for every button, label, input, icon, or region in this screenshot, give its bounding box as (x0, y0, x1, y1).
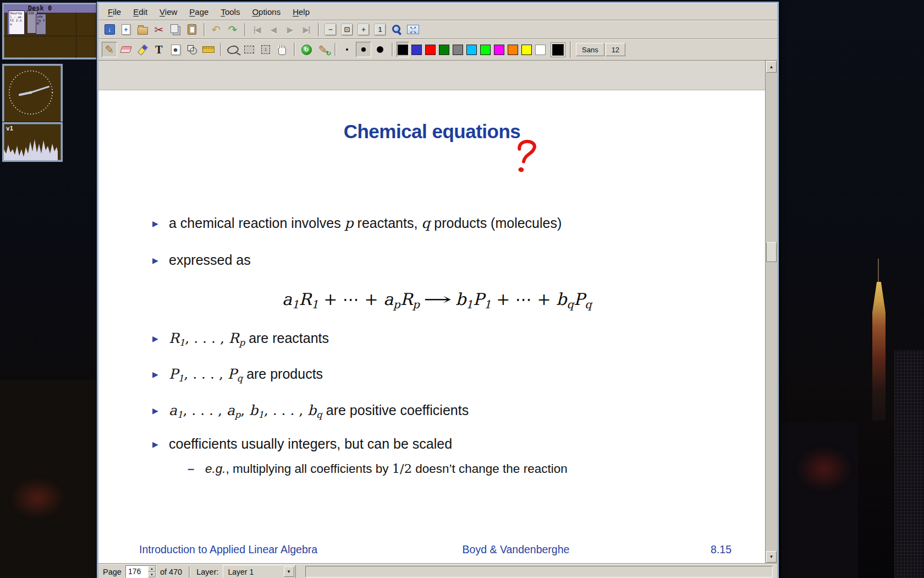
clock-face (4, 66, 58, 119)
fullscreen-button[interactable]: ↖↗ ↙↘ (405, 22, 421, 37)
redo-button[interactable]: ↷ (225, 22, 240, 37)
color-white-button[interactable] (534, 42, 547, 57)
color-chooser-button[interactable] (548, 42, 565, 57)
rect-select-button[interactable] (241, 42, 257, 57)
color-yellow-button[interactable] (520, 42, 533, 57)
bullet-text: e.g., multiplying all coefficients by 1/… (205, 462, 568, 476)
scrollbar-thumb[interactable] (766, 242, 777, 262)
toolbar-separator (220, 43, 221, 56)
color-blue-swatch (411, 45, 422, 55)
default-tool-button[interactable]: ↻ (299, 42, 314, 57)
hand-icon (278, 47, 286, 55)
document-canvas[interactable]: Chemical equations ▶a chemical reaction … (98, 61, 777, 563)
thick-dot-icon (377, 46, 383, 53)
bullet-item: ▶R1, . . . , Rp are reactants (152, 330, 749, 346)
menu-tools[interactable]: Tools (215, 6, 246, 18)
menu-edit[interactable]: Edit (127, 6, 153, 18)
page-number-input[interactable]: 176 (126, 566, 148, 577)
open-button[interactable] (135, 22, 150, 37)
previous-page-icon: ◀ (267, 24, 279, 36)
bullet-item: ▶a chemical reaction involves p reactant… (152, 215, 749, 231)
desk-divider (76, 13, 76, 58)
menu-help[interactable]: Help (287, 6, 316, 18)
zoom-in-button[interactable]: + (356, 22, 371, 37)
eraser-button[interactable] (118, 42, 134, 57)
pager-mini-window-xournal[interactable]: Xournal - oct1 2.xo (8, 10, 25, 35)
horizontal-scrollbar[interactable] (305, 566, 773, 577)
font-size-button[interactable]: 12 (606, 43, 625, 56)
font-name-button[interactable]: Sans (576, 43, 604, 56)
save-icon: ↓ (105, 24, 115, 35)
pencil-icon: ✎ (103, 43, 116, 56)
layer-dropdown[interactable]: Layer 1 ▼ (223, 565, 296, 578)
bullet-item: ▶expressed as (152, 252, 749, 268)
default-pen-button[interactable]: ✎ (315, 42, 331, 57)
redo-arrow-icon: ↷ (227, 24, 239, 36)
last-page-button[interactable]: ▶| (299, 22, 314, 37)
bullet-item: ▶coefficients usually integers, but can … (152, 436, 749, 452)
color-lightblue-swatch (466, 45, 477, 55)
color-white-swatch (535, 45, 546, 55)
zoom-100-button[interactable]: 1 (372, 22, 388, 37)
color-gray-button[interactable] (452, 42, 464, 57)
footer-page-number: 8.15 (711, 543, 732, 556)
eraser-icon (120, 46, 132, 53)
zoom-fit-page-button[interactable]: ⊡ (339, 22, 355, 37)
insert-image-button[interactable]: ☻ (168, 42, 183, 57)
menu-options[interactable]: Options (246, 6, 287, 18)
first-page-icon: |◀ (251, 24, 263, 36)
color-orange-swatch (508, 45, 518, 55)
pen-fine-button[interactable] (339, 42, 355, 57)
copy-button[interactable] (168, 22, 183, 37)
page-spin-down-icon[interactable]: ▼ (148, 572, 156, 578)
scroll-down-button[interactable]: ▼ (766, 551, 777, 563)
text-button[interactable]: T (151, 42, 167, 57)
color-lightgreen-button[interactable] (479, 42, 492, 57)
next-page-icon: ▶ (284, 24, 296, 36)
color-lightblue-button[interactable] (465, 42, 478, 57)
hand-button[interactable] (274, 42, 290, 57)
cut-button[interactable]: ✂ (151, 22, 167, 37)
find-button[interactable] (389, 22, 404, 37)
page-spin-up-icon[interactable]: ▲ (148, 566, 156, 572)
next-page-button[interactable]: ▶ (282, 22, 298, 37)
menu-view[interactable]: View (153, 6, 183, 18)
toolbar-separator (204, 23, 205, 36)
first-page-button[interactable]: |◀ (249, 22, 265, 37)
color-green-button[interactable] (438, 42, 450, 57)
color-orange-button[interactable] (507, 42, 519, 57)
shape-recognizer-button[interactable] (184, 42, 200, 57)
ruler-button[interactable] (201, 42, 216, 57)
scroll-up-button[interactable]: ▲ (766, 61, 777, 73)
undo-arrow-icon: ↶ (210, 24, 222, 36)
lasso-icon (226, 44, 239, 54)
new-page-button[interactable]: + (118, 22, 134, 37)
lasso-select-button[interactable] (225, 42, 240, 57)
pen-button[interactable]: ✎ (102, 42, 117, 57)
bullet-marker-icon: ▶ (152, 440, 169, 449)
previous-page-button[interactable]: ◀ (266, 22, 281, 37)
pdf-page[interactable]: Chemical equations ▶a chemical reaction … (98, 90, 766, 563)
color-black-button[interactable] (397, 42, 409, 57)
color-magenta-button[interactable] (493, 42, 505, 57)
pen-medium-button[interactable] (356, 42, 371, 57)
undo-button[interactable]: ↶ (208, 22, 224, 37)
vertical-space-icon: ↕ (261, 45, 270, 54)
vertical-scrollbar[interactable]: ▲ ▼ (765, 61, 777, 563)
bullet-marker-icon: ▶ (152, 334, 169, 343)
image-icon: ☻ (171, 45, 180, 55)
color-blue-button[interactable] (410, 42, 423, 57)
color-red-button[interactable] (424, 42, 437, 57)
menu-file[interactable]: File (102, 6, 127, 18)
vertical-space-button[interactable]: ↕ (258, 42, 273, 57)
highlighter-button[interactable] (135, 42, 150, 57)
pager-mini-window[interactable]: yde rg VM (36, 14, 46, 35)
menu-page[interactable]: Page (183, 6, 215, 18)
page-spinbox[interactable]: 176 ▲ ▼ (125, 565, 156, 578)
save-button[interactable]: ↓ (102, 22, 117, 37)
pen-thick-button[interactable] (372, 42, 388, 57)
zoom-out-button[interactable]: − (323, 22, 338, 37)
bullet-item: ▶P1, . . . , Pq are products (152, 366, 749, 382)
paste-button[interactable] (184, 22, 200, 37)
chevron-down-icon: ▼ (284, 566, 294, 577)
